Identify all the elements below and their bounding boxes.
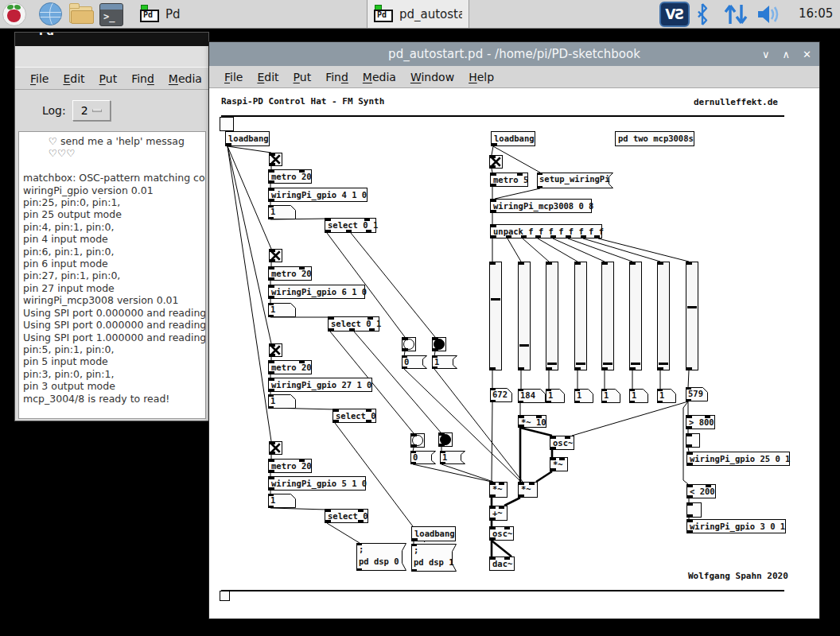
log-level-dropdown[interactable]: 2 [72,100,111,121]
toggle-gpio6[interactable] [269,249,282,262]
number-184[interactable]: 184 [518,389,546,403]
menu-item-edit[interactable]: Edit [250,68,286,86]
outlet [325,520,331,522]
inlet [299,460,305,462]
network-traffic-icon[interactable] [722,2,749,29]
bang-white-2[interactable] [410,433,425,448]
inlet [657,389,663,391]
console-title: Pd [39,33,54,37]
number-579[interactable]: 579 [686,387,708,401]
menu-item-find[interactable]: Find [124,70,161,87]
taskbar-button-pd-console[interactable]: Pd Pd [134,0,187,28]
slider-knob[interactable] [547,363,557,365]
toggle-gpio27[interactable] [269,343,282,357]
outlet [687,495,693,498]
number-gpio4[interactable]: 1 [268,205,296,219]
bang-black-1[interactable] [432,337,446,351]
toggle-gpio4[interactable] [269,153,282,166]
slider-knob[interactable] [519,344,529,347]
console-log[interactable]: ♡ send me a 'help' messag ♡♡♡ matchbox: … [18,131,206,419]
volume-icon[interactable] [756,2,783,29]
vslider-8[interactable] [686,262,698,370]
outlet [270,354,275,356]
toggle-lt[interactable] [686,502,702,518]
number-ch4[interactable]: 1 [574,389,593,403]
vslider-1[interactable] [489,262,502,370]
taskbar-button-patch[interactable]: Pd pd_autostart.pd - /ho... [367,0,469,28]
bang-white-1[interactable] [402,337,416,351]
inlet [270,442,275,444]
vnc-tray-icon[interactable]: VƧ [659,2,690,27]
web-browser-icon[interactable] [38,2,64,27]
number-ch7[interactable]: 1 [657,389,676,403]
slider-knob[interactable] [687,306,697,308]
number-ch6[interactable]: 1 [629,389,648,403]
terminal-icon[interactable]: >_ [99,2,124,27]
task-label: Pd [165,7,181,21]
menu-item-find[interactable]: Find [318,68,356,86]
object-loadbang-2: loadbang [411,526,456,541]
menu-item-media[interactable]: Media [161,70,209,87]
slider-knob[interactable] [576,363,585,365]
outlet [268,217,274,219]
close-icon[interactable]: ✕ [803,48,811,60]
vslider-6[interactable] [629,262,642,370]
slider-knob[interactable] [659,363,668,365]
slider-knob[interactable] [631,363,640,365]
dropdown-indicator-icon [92,109,102,112]
inlet [687,485,693,487]
inlet [565,436,570,439]
msg-pd-dsp-1[interactable]: ; pd dsp 1 [411,544,457,572]
menu-item-file[interactable]: File [23,70,56,87]
log-line: pin:4, pin:1, pin:0, [23,221,205,233]
menu-item-put[interactable]: Put [286,68,319,86]
object-mul-a: *~ [550,457,568,471]
toggle-gpio5[interactable] [269,441,282,455]
msg-setup-wiringpi[interactable]: setup_wiringPi [537,173,613,188]
patch-canvas[interactable]: Raspi-PD Control Hat - FM Synthdernullef… [209,89,819,619]
number-672[interactable]: 672 [490,388,512,402]
vslider-3[interactable] [546,262,558,370]
msg-0-b[interactable]: 0 [410,451,436,464]
inlet [490,388,496,390]
number-gpio6[interactable]: 1 [268,303,296,317]
vslider-2[interactable] [518,262,531,370]
outlet [490,537,496,540]
outlet [410,462,416,464]
object-pd-two-mcp3008s[interactable]: pd two mcp3008s [615,131,694,146]
patch-title-bar[interactable]: pd_autostart.pd - /home/pi/PD-sketchbook… [209,42,819,66]
outlet [366,420,371,422]
msg-0-a[interactable]: 0 [402,355,427,369]
number-ch3[interactable]: 1 [546,389,565,403]
inlet [658,262,663,265]
maximize-icon[interactable]: ∧ [783,48,791,60]
bluetooth-icon[interactable] [695,2,710,29]
minimize-icon[interactable]: ∨ [762,48,770,60]
toggle-adc[interactable] [489,155,503,169]
msg-1-b[interactable]: 1 [440,451,465,464]
bang-black-2[interactable] [438,432,453,447]
menu-item-help[interactable]: Help [461,68,501,86]
vslider-7[interactable] [657,262,670,370]
outlet [490,400,496,402]
file-manager-icon[interactable] [68,2,94,27]
menu-item-media[interactable]: Media [356,68,403,86]
inlet [366,409,371,412]
slider-knob[interactable] [603,363,612,365]
msg-1-a[interactable]: 1 [432,355,457,369]
raspberry-menu-icon[interactable] [2,2,27,27]
console-title-bar[interactable]: Pd [15,33,208,46]
vslider-4[interactable] [574,262,587,370]
number-gpio5[interactable]: 1 [268,494,296,508]
menu-item-put[interactable]: Put [92,70,125,87]
menu-item-window[interactable]: Window [403,68,461,86]
outlet [687,514,693,517]
toggle-gt[interactable] [686,433,700,448]
menu-item-edit[interactable]: Edit [56,70,91,87]
number-ch5[interactable]: 1 [601,389,620,403]
msg-pd-dsp-0[interactable]: ; pd dsp 0 [356,543,406,571]
menu-item-file[interactable]: File [217,68,250,86]
vslider-5[interactable] [601,262,614,370]
number-gpio27[interactable]: 1 [268,394,296,409]
slider-knob[interactable] [491,298,500,301]
